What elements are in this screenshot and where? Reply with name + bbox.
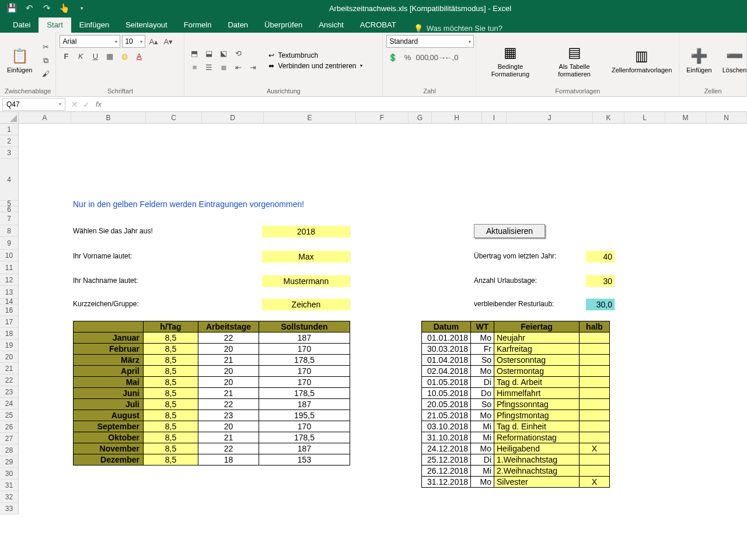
delete-cells-button[interactable]: ➖Löschen xyxy=(719,35,747,86)
hours-per-day[interactable]: 8,5 xyxy=(144,443,198,454)
bold-button[interactable]: F xyxy=(60,50,72,62)
holiday-name[interactable]: Ostersonntag xyxy=(494,355,580,366)
fill-color-icon[interactable]: ◍ xyxy=(118,50,131,62)
row-header[interactable]: 14 xyxy=(0,299,19,304)
holiday-name[interactable]: Karfreitag xyxy=(494,344,580,355)
fx-icon[interactable]: fx xyxy=(96,100,107,108)
row-header[interactable]: 31 xyxy=(0,480,19,491)
tab-file[interactable]: Datei xyxy=(5,18,39,33)
font-name-combo[interactable]: Arial▾ xyxy=(60,35,120,48)
col-header[interactable]: E xyxy=(264,112,356,123)
holiday-name[interactable]: Pfingstmontag xyxy=(494,410,580,421)
year-input[interactable]: 2018 xyxy=(262,226,351,237)
holiday-half[interactable] xyxy=(580,355,610,366)
thousands-icon[interactable]: 000 xyxy=(416,51,428,63)
formula-input[interactable] xyxy=(107,98,747,111)
tab-pagelayout[interactable]: Seitenlayout xyxy=(117,18,176,33)
row-header[interactable]: 27 xyxy=(0,433,19,444)
holiday-half[interactable] xyxy=(580,366,610,377)
row-header[interactable]: 12 xyxy=(0,274,19,286)
holiday-name[interactable]: Ostermontag xyxy=(494,366,580,377)
spreadsheet-grid[interactable]: A B C D E F G H I J K L M N 123456789101… xyxy=(0,112,747,560)
row-header[interactable]: 11 xyxy=(0,261,19,274)
orientation-icon[interactable]: ⟲ xyxy=(232,48,245,60)
holiday-half[interactable]: X xyxy=(580,443,610,454)
row-header[interactable]: 30 xyxy=(0,468,19,480)
hours-per-day[interactable]: 8,5 xyxy=(144,399,198,410)
row-header[interactable]: 2 xyxy=(0,135,19,147)
hours-per-day[interactable]: 8,5 xyxy=(144,421,198,432)
font-size-combo[interactable]: 10▾ xyxy=(122,35,145,48)
row-header[interactable]: 10 xyxy=(0,250,19,261)
firstname-input[interactable]: Max xyxy=(262,251,351,262)
format-painter-icon[interactable]: 🖌 xyxy=(39,68,52,80)
holiday-half[interactable] xyxy=(580,344,610,355)
align-middle-icon[interactable]: ⬓ xyxy=(203,48,215,60)
conditional-formatting-button[interactable]: ▦Bedingte Formatierung xyxy=(480,35,540,86)
row-header[interactable]: 26 xyxy=(0,421,19,433)
wrap-text-button[interactable]: ↩Textumbruch xyxy=(268,51,362,60)
holiday-name[interactable]: Tag d. Arbeit xyxy=(494,377,580,388)
cancel-formula-icon[interactable]: ✕ xyxy=(71,100,78,109)
row-header[interactable]: 25 xyxy=(0,410,19,421)
holiday-half[interactable] xyxy=(580,332,610,344)
font-color-icon[interactable]: A xyxy=(132,50,145,62)
row-header[interactable]: 33 xyxy=(0,503,19,514)
row-header[interactable]: 17 xyxy=(0,316,19,328)
shrink-font-icon[interactable]: A▾ xyxy=(162,36,174,47)
cut-icon[interactable]: ✂ xyxy=(39,41,52,53)
tell-me-search[interactable]: 💡 Was möchten Sie tun? xyxy=(414,24,502,33)
holiday-name[interactable]: Neujahr xyxy=(494,332,580,344)
tab-review[interactable]: Überprüfen xyxy=(256,18,310,33)
tab-acrobat[interactable]: ACROBAT xyxy=(352,18,404,33)
holiday-name[interactable]: Himmelfahrt xyxy=(494,388,580,399)
row-header[interactable]: 6 xyxy=(0,206,19,212)
hours-per-day[interactable]: 8,5 xyxy=(144,344,198,355)
hours-per-day[interactable]: 8,5 xyxy=(144,377,198,388)
increase-decimal-icon[interactable]: ,00→ xyxy=(430,51,443,63)
paste-button[interactable]: 📋 Einfügen xyxy=(4,35,36,86)
underline-button[interactable]: U xyxy=(89,50,102,62)
col-header[interactable]: K xyxy=(593,112,624,123)
tab-data[interactable]: Daten xyxy=(219,18,256,33)
holiday-name[interactable]: 1.Weihnachtstag xyxy=(494,454,580,466)
qat-customize-icon[interactable]: ▾ xyxy=(74,1,90,15)
row-header[interactable]: 28 xyxy=(0,444,19,456)
enter-formula-icon[interactable]: ✓ xyxy=(83,100,90,109)
row-header[interactable]: 22 xyxy=(0,374,19,386)
tab-start[interactable]: Start xyxy=(39,18,71,33)
name-box[interactable]: Q47▾ xyxy=(2,98,65,111)
col-header[interactable]: N xyxy=(706,112,747,123)
border-icon[interactable]: ▦ xyxy=(103,50,116,62)
tab-insert[interactable]: Einfügen xyxy=(71,18,117,33)
undo-icon[interactable]: ↶ xyxy=(21,1,37,15)
cell-styles-button[interactable]: ▥Zellenformatvorlagen xyxy=(608,35,675,86)
col-header[interactable]: F xyxy=(356,112,409,123)
holiday-name[interactable]: Tag d. Einheit xyxy=(494,421,580,432)
row-header[interactable]: 24 xyxy=(0,398,19,410)
vacdays-value[interactable]: 30 xyxy=(586,275,615,287)
col-header[interactable]: I xyxy=(482,112,507,123)
col-header[interactable]: D xyxy=(202,112,264,123)
col-header[interactable]: C xyxy=(146,112,202,123)
align-left-icon[interactable]: ≡ xyxy=(188,62,201,74)
lastname-input[interactable]: Mustermann xyxy=(262,275,351,287)
format-as-table-button[interactable]: ▤Als Tabelle formatieren xyxy=(544,35,605,86)
holiday-name[interactable]: 2.Weihnachtstag xyxy=(494,466,580,477)
row-header[interactable]: 21 xyxy=(0,363,19,374)
merge-center-button[interactable]: ⬌Verbinden und zentrieren▾ xyxy=(268,62,362,70)
holiday-half[interactable] xyxy=(580,399,610,410)
row-header[interactable]: 4 xyxy=(0,159,19,201)
align-bottom-icon[interactable]: ⬕ xyxy=(217,48,230,60)
row-header[interactable]: 20 xyxy=(0,351,19,363)
holiday-half[interactable] xyxy=(580,410,610,421)
hours-per-day[interactable]: 8,5 xyxy=(144,454,198,466)
col-header[interactable]: J xyxy=(507,112,593,123)
holiday-half[interactable] xyxy=(580,432,610,443)
row-header[interactable]: 16 xyxy=(0,304,19,316)
tab-formulas[interactable]: Formeln xyxy=(176,18,220,33)
align-center-icon[interactable]: ☰ xyxy=(203,62,215,74)
row-header[interactable]: 18 xyxy=(0,328,19,340)
save-icon[interactable]: 💾 xyxy=(4,1,20,15)
holiday-name[interactable]: Reformationstag xyxy=(494,432,580,443)
